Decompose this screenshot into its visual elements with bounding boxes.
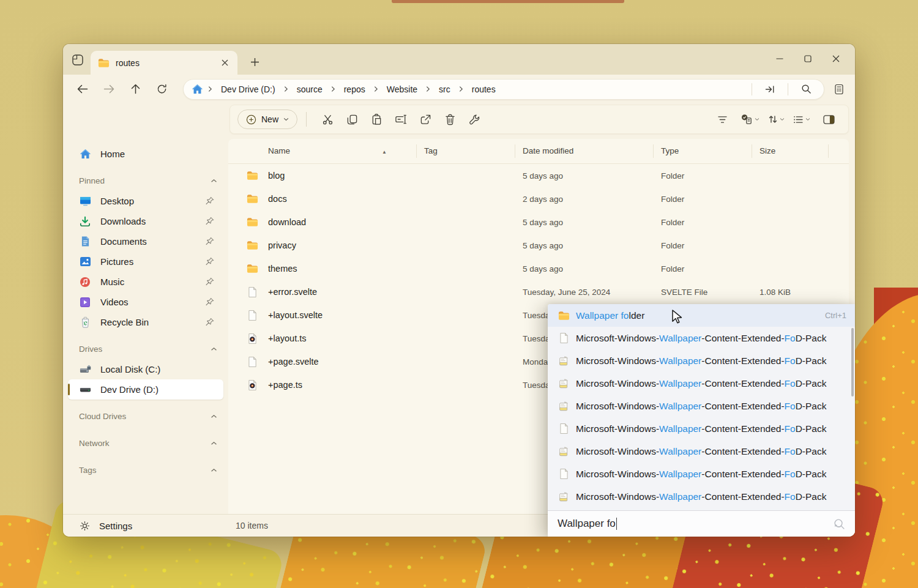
file-size: 1.08 KiB <box>752 288 829 297</box>
column-header-tag[interactable]: Tag <box>417 144 515 158</box>
toolbar-view-group <box>710 108 841 130</box>
sidebar-item-dev-drive-d[interactable]: Dev Drive (D:) <box>68 379 223 400</box>
chevron-up-icon[interactable] <box>211 347 217 351</box>
suggestion-text: Microsoft-Windows-Wallpaper-Content-Exte… <box>576 491 846 502</box>
back-icon[interactable] <box>76 83 89 96</box>
folder-icon <box>246 169 258 182</box>
refresh-icon[interactable] <box>155 83 168 96</box>
search-suggestion[interactable]: Microsoft-Windows-Wallpaper-Content-Exte… <box>548 349 855 372</box>
cut-icon[interactable] <box>315 108 340 130</box>
chevron-up-icon[interactable] <box>211 441 217 445</box>
chevron-right-icon <box>284 86 288 92</box>
up-icon[interactable] <box>129 83 142 96</box>
toolbar: New <box>230 105 849 134</box>
search-suggestions-popup: Wallpaper folder Ctrl+1 Microsoft-Window… <box>548 304 855 537</box>
search-suggestion[interactable]: Microsoft-Windows-Wallpaper-Content-Exte… <box>548 417 855 440</box>
settings-button[interactable]: Settings <box>63 521 228 531</box>
tab-overview-icon[interactable] <box>70 52 86 68</box>
suggestion-text: Microsoft-Windows-Wallpaper-Content-Exte… <box>576 378 846 389</box>
breadcrumb-item[interactable]: src <box>435 82 454 97</box>
rename-icon[interactable] <box>389 108 413 130</box>
forward-icon[interactable] <box>102 83 116 96</box>
search-input[interactable]: Wallpaper fo <box>548 510 855 537</box>
search-suggestion[interactable]: Microsoft-Windows-Wallpaper-Content-Exte… <box>548 463 855 485</box>
filter-icon[interactable] <box>710 108 734 130</box>
preview-pane-icon[interactable] <box>816 108 841 130</box>
tab-close-icon[interactable] <box>218 56 231 70</box>
chevron-up-icon[interactable] <box>211 179 217 183</box>
file-row-themes[interactable]: themes 5 days ago Folder <box>228 257 849 280</box>
recycle-bin-icon <box>79 316 91 329</box>
sidebar-section-network[interactable]: Network <box>68 433 223 453</box>
breadcrumb-item[interactable]: repos <box>340 82 369 97</box>
file-name: docs <box>268 194 287 204</box>
sidebar-item-local-disk-c[interactable]: Local Disk (C:) <box>68 359 223 379</box>
tab-routes[interactable]: routes <box>91 51 237 75</box>
search-suggestion[interactable]: Microsoft-Windows-Wallpaper-Content-Exte… <box>548 485 855 508</box>
search-refresh-icon[interactable] <box>832 516 846 531</box>
search-suggestion[interactable]: Wallpaper folder Ctrl+1 <box>548 304 855 327</box>
sidebar-section-tags[interactable]: Tags <box>68 460 223 480</box>
sidebar-section-drives[interactable]: Drives <box>68 338 223 359</box>
section-label: Network <box>79 439 211 448</box>
file-row-privacy[interactable]: privacy 5 days ago Folder <box>228 234 849 257</box>
sidebar-item-pictures[interactable]: Pictures <box>68 251 223 272</box>
breadcrumb-item[interactable]: source <box>293 82 326 97</box>
file-name: download <box>268 217 306 227</box>
column-header-size[interactable]: Size <box>752 144 829 158</box>
pin-icon <box>205 257 215 267</box>
sidebar-item-music[interactable]: Music <box>68 272 223 292</box>
sort-toggle[interactable] <box>766 108 787 130</box>
package-icon <box>558 400 570 412</box>
maximize-button[interactable] <box>794 48 822 70</box>
properties-wrench-icon[interactable] <box>462 108 487 130</box>
home-icon[interactable] <box>192 84 203 94</box>
pin-address-icon[interactable] <box>752 80 788 99</box>
delete-icon[interactable] <box>438 108 462 130</box>
search-icon[interactable] <box>788 80 824 99</box>
sidebar-section-cloud-drives[interactable]: Cloud Drives <box>68 406 223 426</box>
file-name: +error.svelte <box>268 287 317 297</box>
sidebar-item-label: Downloads <box>100 216 205 226</box>
minimize-button[interactable] <box>766 48 794 70</box>
search-suggestion[interactable]: Microsoft-Windows-Wallpaper-Content-Exte… <box>548 440 855 463</box>
ts-file-icon <box>246 332 258 344</box>
paste-icon[interactable] <box>364 108 389 130</box>
column-header-type[interactable]: Type <box>654 144 752 158</box>
new-button[interactable]: New <box>237 110 297 129</box>
sidebar-item-videos[interactable]: Videos <box>68 292 223 312</box>
select-toggle[interactable] <box>738 108 762 130</box>
sidebar-item-recycle-bin[interactable]: Recycle Bin <box>68 312 223 332</box>
breadcrumb-item[interactable]: routes <box>468 82 499 97</box>
view-toggle[interactable] <box>791 108 813 130</box>
items-count: 10 items <box>228 521 268 530</box>
breadcrumb-item[interactable]: Dev Drive (D:) <box>217 82 279 97</box>
file-row-docs[interactable]: docs 2 days ago Folder <box>228 187 849 210</box>
file-date-modified: Tuesday, June 25, 2024 <box>515 288 654 297</box>
sidebar-item-downloads[interactable]: Downloads <box>68 211 223 231</box>
pin-icon <box>205 196 215 206</box>
share-icon[interactable] <box>413 108 438 130</box>
address-bar[interactable]: Dev Drive (D:)sourcereposWebsitesrcroute… <box>183 79 824 100</box>
copy-icon[interactable] <box>340 108 364 130</box>
sidebar-item-documents[interactable]: Documents <box>68 231 223 251</box>
file-row-error-svelte[interactable]: +error.svelte Tuesday, June 25, 2024 SVE… <box>228 280 849 303</box>
chevron-up-icon[interactable] <box>211 468 217 472</box>
file-row-download[interactable]: download 5 days ago Folder <box>228 210 849 234</box>
details-pane-icon[interactable] <box>829 80 849 99</box>
sidebar-item-desktop[interactable]: Desktop <box>68 191 223 211</box>
breadcrumb-item[interactable]: Website <box>383 82 421 97</box>
column-header-name[interactable]: Name▲ <box>228 144 417 158</box>
search-suggestion[interactable]: Microsoft-Windows-Wallpaper-Content-Exte… <box>548 327 855 349</box>
sidebar-section-pinned[interactable]: Pinned <box>68 170 223 191</box>
search-suggestion[interactable]: Microsoft-Windows-Wallpaper-Content-Exte… <box>548 372 855 395</box>
new-tab-button[interactable] <box>246 54 263 70</box>
search-suggestion[interactable]: Microsoft-Windows-Wallpaper-Content-Exte… <box>548 395 855 417</box>
window-controls <box>766 48 850 70</box>
close-button[interactable] <box>822 48 850 70</box>
column-header-date-modified[interactable]: Date modified <box>515 144 654 158</box>
popup-scrollbar[interactable] <box>851 328 854 396</box>
file-row-blog[interactable]: blog 5 days ago Folder <box>228 164 849 187</box>
sidebar-item-home[interactable]: Home <box>68 144 223 164</box>
chevron-up-icon[interactable] <box>211 414 217 419</box>
